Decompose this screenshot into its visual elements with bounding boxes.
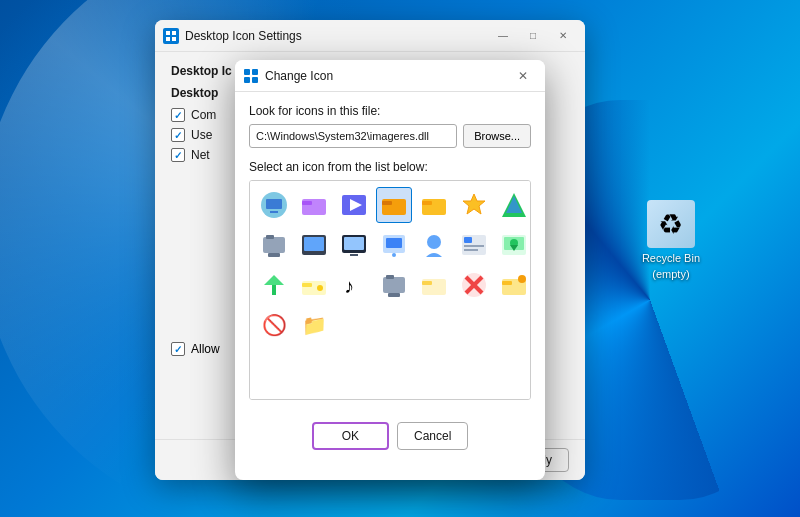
dis-window-controls: — □ ✕ — [489, 22, 577, 50]
ci-icon-item[interactable] — [296, 187, 332, 223]
svg-rect-23 — [266, 235, 274, 239]
svg-rect-49 — [383, 277, 405, 293]
ci-look-for-label: Look for icons in this file: — [249, 104, 531, 118]
svg-rect-12 — [302, 201, 312, 205]
svg-rect-30 — [350, 254, 358, 256]
recycle-bin-label-line2: (empty) — [652, 268, 689, 280]
ci-icon-item[interactable] — [336, 227, 372, 263]
ci-icon-item[interactable] — [376, 267, 412, 303]
svg-rect-7 — [252, 77, 258, 83]
ci-icon-item[interactable] — [456, 267, 492, 303]
ci-icon-item[interactable] — [296, 227, 332, 263]
ci-cancel-button[interactable]: Cancel — [397, 422, 468, 450]
svg-rect-27 — [310, 253, 318, 255]
svg-rect-1 — [172, 31, 176, 35]
recycle-bin-label-line1: Recycle Bin — [642, 252, 700, 264]
svg-rect-44 — [272, 285, 276, 295]
ci-window-title: Change Icon — [265, 69, 509, 83]
recycle-bin-icon: ♻ — [647, 200, 695, 248]
svg-marker-19 — [463, 194, 485, 214]
dis-close-button[interactable]: ✕ — [549, 22, 577, 50]
ci-window-icon — [243, 68, 259, 84]
ci-icon-item[interactable]: 📁 — [296, 307, 332, 343]
svg-rect-32 — [386, 238, 402, 248]
dis-maximize-button[interactable]: □ — [519, 22, 547, 50]
ci-icon-item[interactable] — [416, 187, 452, 223]
dis-checkbox-1[interactable] — [171, 108, 185, 122]
svg-point-33 — [392, 253, 396, 257]
ci-icon-item[interactable] — [376, 187, 412, 223]
svg-point-47 — [317, 285, 323, 291]
dis-allow-checkbox[interactable] — [171, 342, 185, 356]
ci-close-button[interactable]: ✕ — [509, 62, 537, 90]
svg-rect-53 — [422, 281, 432, 285]
ci-titlebar: Change Icon ✕ — [235, 60, 545, 92]
dis-titlebar: Desktop Icon Settings — □ ✕ — [155, 20, 585, 52]
dis-checkbox-label-1: Com — [191, 108, 216, 122]
svg-rect-22 — [263, 237, 285, 253]
ci-icon-item[interactable] — [296, 267, 332, 303]
ci-file-path-input[interactable] — [249, 124, 457, 148]
ci-icon-item[interactable]: 🚫 — [256, 307, 292, 343]
ci-icon-item[interactable] — [496, 227, 531, 263]
svg-rect-2 — [166, 37, 170, 41]
ci-icon-item[interactable] — [256, 187, 292, 223]
dis-checkbox-label-2: Use — [191, 128, 212, 142]
dis-minimize-button[interactable]: — — [489, 22, 517, 50]
ci-icon-item[interactable] — [496, 267, 531, 303]
ci-icon-item[interactable] — [336, 187, 372, 223]
ci-icon-item[interactable] — [416, 227, 452, 263]
svg-point-34 — [427, 235, 441, 249]
dis-checkbox-2[interactable] — [171, 128, 185, 142]
dis-checkbox-3[interactable] — [171, 148, 185, 162]
ci-icon-item[interactable] — [456, 227, 492, 263]
svg-text:♪: ♪ — [344, 275, 354, 297]
svg-rect-36 — [464, 237, 472, 243]
ci-icon-item[interactable] — [456, 187, 492, 223]
dis-allow-label: Allow — [191, 342, 220, 356]
svg-marker-43 — [264, 275, 284, 285]
svg-rect-24 — [268, 253, 280, 257]
svg-rect-29 — [344, 237, 364, 250]
svg-rect-51 — [388, 293, 400, 297]
svg-rect-4 — [244, 69, 250, 75]
svg-rect-38 — [464, 249, 478, 251]
svg-rect-9 — [266, 199, 282, 209]
ci-icon-item[interactable] — [376, 227, 412, 263]
svg-rect-5 — [252, 69, 258, 75]
ci-ok-button[interactable]: OK — [312, 422, 389, 450]
recycle-bin-desktop-icon[interactable]: ♻ Recycle Bin (empty) — [642, 200, 700, 280]
ci-select-label: Select an icon from the list below: — [249, 160, 531, 174]
svg-rect-26 — [304, 237, 324, 251]
svg-rect-0 — [166, 31, 170, 35]
ci-content: Look for icons in this file: Browse... S… — [235, 92, 545, 412]
svg-rect-58 — [502, 281, 512, 285]
ci-icon-item[interactable] — [416, 267, 452, 303]
ci-browse-button[interactable]: Browse... — [463, 124, 531, 148]
dis-window-icon — [163, 28, 179, 44]
ci-icon-item[interactable]: ♪ — [336, 267, 372, 303]
svg-rect-50 — [386, 275, 394, 279]
change-icon-dialog: Change Icon ✕ Look for icons in this fil… — [235, 60, 545, 480]
svg-rect-10 — [270, 211, 278, 213]
svg-rect-37 — [464, 245, 484, 247]
ci-icon-item[interactable] — [256, 267, 292, 303]
ci-icon-item[interactable] — [256, 227, 292, 263]
svg-rect-46 — [302, 283, 312, 287]
svg-rect-16 — [382, 201, 392, 205]
ci-footer: OK Cancel — [235, 412, 545, 462]
dis-checkbox-label-3: Net — [191, 148, 210, 162]
ci-icon-item[interactable] — [496, 187, 531, 223]
svg-point-59 — [518, 275, 526, 283]
dis-window-title: Desktop Icon Settings — [185, 29, 489, 43]
ci-file-row: Browse... — [249, 124, 531, 148]
svg-rect-18 — [422, 201, 432, 205]
ci-icon-grid[interactable]: ♪🚫📁 — [249, 180, 531, 400]
svg-rect-6 — [244, 77, 250, 83]
svg-rect-3 — [172, 37, 176, 41]
